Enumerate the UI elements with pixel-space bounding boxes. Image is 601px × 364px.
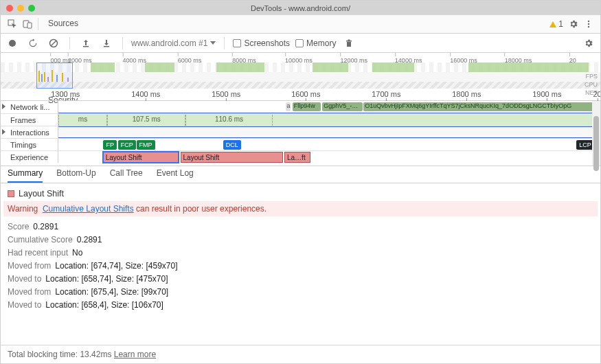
- screenshots-checkbox[interactable]: Screenshots: [233, 38, 290, 48]
- overview-ruler: 000 ms2000 ms4000 ms6000 ms8000 ms10000 …: [1, 53, 600, 62]
- warning-count-text: 1: [558, 19, 563, 29]
- overview-fps-lane: [1, 62, 600, 72]
- track-label: Network li...: [10, 103, 49, 111]
- layout-shift-swatch: [8, 190, 14, 197]
- vertical-scrollbar[interactable]: [592, 101, 600, 166]
- issues-count[interactable]: 1: [549, 19, 563, 29]
- track-frames[interactable]: Frames ms107.5 ms110.6 ms: [1, 113, 600, 126]
- summary-pane: Layout Shift Warning Cumulative Layout S…: [1, 183, 600, 345]
- svg-rect-10: [104, 46, 109, 47]
- scroll-thumb[interactable]: [593, 116, 599, 171]
- download-icon[interactable]: [99, 36, 114, 51]
- warning-text: can result in poor user experiences.: [134, 204, 267, 214]
- svg-point-3: [588, 21, 589, 22]
- track-interactions[interactable]: Interactions: [1, 126, 600, 138]
- upload-icon[interactable]: [78, 36, 93, 51]
- inspect-icon[interactable]: [5, 16, 20, 32]
- track-experience[interactable]: Experience Layout ShiftLayout ShiftLa…ft: [1, 150, 600, 163]
- summary-row: Moved toLocation: [658,74], Size: [475x7…: [8, 274, 593, 284]
- panel-tabbar: ElementsConsolePerformanceLighthouseSour…: [1, 15, 600, 34]
- svg-line-8: [52, 41, 56, 45]
- network-entry[interactable]: Fllp94w: [293, 102, 321, 111]
- learn-more-link[interactable]: Learn more: [114, 350, 156, 359]
- warning-label: Warning: [8, 204, 38, 214]
- gear-icon[interactable]: [566, 16, 581, 32]
- summary-row: Score0.2891: [8, 222, 593, 231]
- svg-rect-13: [348, 39, 350, 41]
- frame-segment[interactable]: 110.6 ms: [185, 115, 272, 126]
- detail-tabbar: SummaryBottom-UpCall TreeEvent Log: [1, 166, 600, 183]
- cls-link[interactable]: Cumulative Layout Shifts: [43, 204, 134, 214]
- overview-cpu-lane: [1, 72, 600, 82]
- perf-toolbar: www.android.com #1 Screenshots Memory: [1, 34, 600, 53]
- track-label: Experience: [10, 153, 48, 161]
- svg-rect-11: [347, 42, 351, 47]
- summary-row: Moved fromLocation: [674,74], Size: [459…: [8, 261, 593, 271]
- layout-shift-block[interactable]: Layout Shift: [181, 152, 284, 163]
- flame-tracks[interactable]: Network li... aFllp94wGgphV5_-O…O1uQvbvH…: [1, 101, 600, 166]
- svg-point-6: [9, 40, 16, 47]
- summary-heading: Layout Shift: [8, 189, 593, 198]
- clear-icon[interactable]: [46, 36, 61, 51]
- record-icon[interactable]: [5, 36, 20, 51]
- svg-point-4: [588, 23, 589, 25]
- svg-rect-12: [346, 41, 352, 42]
- memory-checkbox[interactable]: Memory: [295, 38, 336, 48]
- network-entry[interactable]: GgphV5_-O…: [322, 102, 362, 111]
- reload-icon[interactable]: [25, 36, 41, 51]
- track-label: Timings: [10, 141, 36, 149]
- blocking-time-text: Total blocking time: 13.42ms: [8, 350, 114, 359]
- status-footer: Total blocking time: 13.42ms Learn more: [1, 345, 600, 363]
- device-mode-icon[interactable]: [20, 16, 35, 32]
- chevron-right-icon[interactable]: [2, 104, 5, 109]
- layout-shift-block[interactable]: Layout Shift: [103, 152, 179, 163]
- network-entry[interactable]: a: [286, 102, 291, 111]
- recording-selector[interactable]: www.android.com #1: [131, 38, 216, 48]
- timing-badge-fmp[interactable]: FMP: [137, 140, 155, 150]
- devtools-window: DevTools - www.android.com/ ElementsCons…: [0, 0, 601, 364]
- overview-net-lane: [1, 82, 600, 89]
- svg-point-5: [588, 26, 589, 27]
- summary-row: Moved toLocation: [658,4], Size: [106x70…: [8, 300, 593, 310]
- frame-segment[interactable]: ms: [58, 115, 107, 126]
- chevron-down-icon: [210, 41, 216, 45]
- memory-label: Memory: [306, 38, 336, 48]
- layout-shift-block[interactable]: La…ft: [284, 152, 310, 163]
- summary-row: Had recent inputNo: [8, 248, 593, 258]
- summary-row: Cumulative Score0.2891: [8, 235, 593, 244]
- gear-icon[interactable]: [581, 36, 596, 51]
- timing-badge-fp[interactable]: FP: [103, 140, 117, 150]
- summary-warning: Warning Cumulative Layout Shifts can res…: [3, 201, 598, 216]
- detail-tab-event-log[interactable]: Event Log: [157, 165, 194, 183]
- window-title: DevTools - www.android.com/: [1, 4, 600, 12]
- overview-strip[interactable]: 000 ms2000 ms4000 ms6000 ms8000 ms10000 …: [1, 53, 600, 89]
- frame-segment[interactable]: 107.5 ms: [107, 115, 185, 126]
- more-icon[interactable]: [581, 16, 596, 32]
- trash-icon[interactable]: [341, 36, 356, 51]
- detail-tab-bottom-up[interactable]: Bottom-Up: [56, 165, 95, 183]
- summary-row: Moved fromLocation: [675,4], Size: [99x7…: [8, 287, 593, 297]
- track-label: Interactions: [10, 128, 49, 137]
- tabbar-sep: [38, 18, 38, 30]
- chevron-right-icon[interactable]: [2, 129, 5, 135]
- track-timings[interactable]: Timings FPFCPFMPDCLLCP: [1, 138, 600, 150]
- track-label: Frames: [10, 116, 36, 124]
- network-entry[interactable]: O1uQvbvHjIpFXMq6gYIrffcTqYS7jCksNRqucKIq…: [363, 102, 599, 111]
- timing-badge-lcp[interactable]: LCP: [576, 140, 594, 150]
- timing-badge-fcp[interactable]: FCP: [118, 140, 136, 150]
- svg-rect-9: [83, 46, 89, 47]
- recording-label: www.android.com #1: [131, 38, 207, 48]
- screenshots-label: Screenshots: [244, 38, 290, 48]
- detail-tab-call-tree[interactable]: Call Tree: [110, 165, 143, 183]
- svg-rect-2: [27, 23, 32, 28]
- timing-badge-dcl[interactable]: DCL: [223, 140, 241, 150]
- overview-flames: [36, 69, 72, 82]
- panel-tab-sources[interactable]: Sources: [41, 14, 102, 34]
- detail-ruler: 1300 ms1400 ms1500 ms1600 ms1700 ms1800 …: [1, 89, 600, 101]
- track-network[interactable]: Network li... aFllp94wGgphV5_-O…O1uQvbvH…: [1, 101, 600, 113]
- detail-tab-summary[interactable]: Summary: [8, 165, 43, 183]
- titlebar: DevTools - www.android.com/: [1, 1, 600, 15]
- warning-icon: [549, 21, 556, 27]
